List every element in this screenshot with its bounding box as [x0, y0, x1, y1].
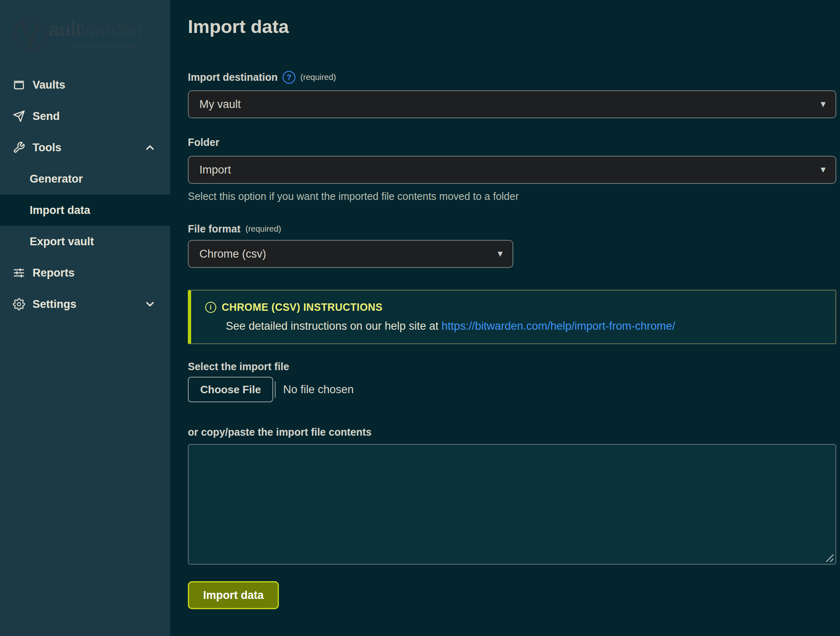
- select-arrow-icon: ▾: [821, 164, 826, 175]
- vaultwarden-logo: aultwarden Password Manager: [0, 0, 170, 55]
- send-icon: [12, 110, 26, 123]
- sidebar-item-label: Settings: [33, 298, 77, 311]
- callout-title: i CHROME (CSV) INSTRUCTIONS: [205, 301, 823, 313]
- sidebar-item-tools[interactable]: Tools: [0, 132, 170, 163]
- paste-field: or copy/paste the import file contents: [188, 426, 836, 565]
- callout-body-text: See detailed instructions on our help si…: [226, 320, 438, 332]
- help-site-link[interactable]: https://bitwarden.com/help/import-from-c…: [442, 320, 675, 332]
- file-select-field: Select the import file Choose File No fi…: [188, 361, 836, 402]
- sidebar-item-label: Export vault: [30, 235, 94, 248]
- sidebar-item-settings[interactable]: Settings: [0, 289, 170, 320]
- info-icon: i: [205, 302, 216, 313]
- sidebar-item-vaults[interactable]: Vaults: [0, 69, 170, 101]
- sidebar: aultwarden Password Manager Vaults Send: [0, 0, 170, 636]
- app-window: aultwarden Password Manager Vaults Send: [0, 0, 840, 636]
- logo-wordmark: aultwarden: [49, 19, 143, 39]
- chevron-up-icon: [144, 141, 156, 154]
- main-content: Import data Import destination ? (requir…: [170, 0, 840, 636]
- import-destination-select[interactable]: My vault ▾: [188, 90, 836, 118]
- settings-icon: [12, 298, 26, 311]
- required-hint: (required): [300, 73, 336, 82]
- import-destination-value: My vault: [199, 98, 241, 111]
- file-format-value: Chrome (csv): [199, 248, 266, 261]
- file-format-field: File format (required) Chrome (csv) ▾: [188, 223, 836, 268]
- vault-icon: [12, 78, 26, 92]
- sidebar-item-label: Import data: [30, 204, 90, 217]
- callout-title-text: CHROME (CSV) INSTRUCTIONS: [222, 301, 383, 313]
- sidebar-item-generator[interactable]: Generator: [0, 163, 170, 195]
- page-title: Import data: [188, 16, 836, 38]
- import-data-button[interactable]: Import data: [188, 581, 279, 609]
- choose-file-button[interactable]: Choose File: [188, 377, 273, 402]
- sidebar-item-label: Vaults: [33, 79, 66, 92]
- callout-body: See detailed instructions on our help si…: [205, 320, 823, 333]
- import-contents-textarea[interactable]: [188, 444, 836, 565]
- chevron-down-icon: [144, 298, 156, 310]
- file-input-divider: [275, 381, 276, 398]
- sidebar-item-import-data[interactable]: Import data: [0, 195, 170, 226]
- paste-label: or copy/paste the import file contents: [188, 426, 836, 438]
- sidebar-item-send[interactable]: Send: [0, 101, 170, 132]
- folder-select[interactable]: Import ▾: [188, 156, 836, 184]
- sidebar-item-reports[interactable]: Reports: [0, 257, 170, 289]
- help-icon[interactable]: ?: [283, 71, 295, 84]
- sidebar-nav: Vaults Send Tools Generator: [0, 69, 170, 320]
- folder-label: Folder: [188, 136, 836, 148]
- import-destination-field: Import destination ? (required) My vault…: [188, 71, 836, 118]
- folder-value: Import: [199, 164, 231, 176]
- sidebar-item-label: Tools: [33, 141, 61, 154]
- file-chosen-status: No file chosen: [283, 383, 353, 396]
- logo-tagline: Password Manager: [49, 40, 143, 50]
- required-hint: (required): [246, 224, 281, 234]
- import-instructions-callout: i CHROME (CSV) INSTRUCTIONS See detailed…: [188, 290, 836, 344]
- sidebar-item-export-vault[interactable]: Export vault: [0, 226, 170, 257]
- select-arrow-icon: ▾: [821, 98, 826, 110]
- file-format-label: File format: [188, 223, 241, 235]
- import-destination-label: Import destination: [188, 71, 278, 83]
- sidebar-item-label: Reports: [33, 267, 75, 279]
- sidebar-item-label: Generator: [30, 173, 83, 185]
- select-import-file-label: Select the import file: [188, 361, 836, 373]
- select-arrow-icon: ▾: [498, 248, 503, 259]
- file-format-select[interactable]: Chrome (csv) ▾: [188, 240, 513, 268]
- folder-hint: Select this option if you want the impor…: [188, 190, 836, 202]
- folder-field: Folder Import ▾ Select this option if yo…: [188, 136, 836, 202]
- vaultwarden-gear-v-icon: [10, 14, 51, 55]
- sidebar-item-label: Send: [33, 110, 60, 123]
- tools-icon: [12, 141, 26, 154]
- reports-icon: [12, 266, 26, 279]
